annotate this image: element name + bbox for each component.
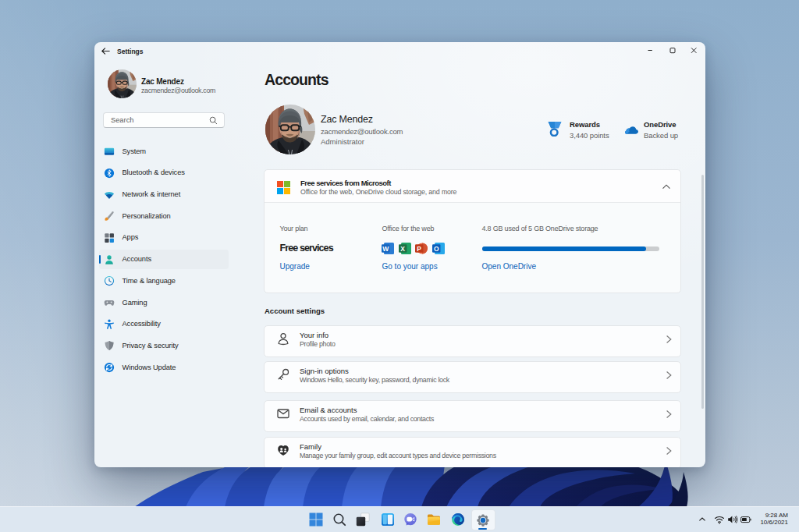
svg-text:P: P [417, 245, 421, 253]
svg-text:O: O [433, 245, 439, 253]
svg-text:X: X [400, 245, 405, 253]
svg-text:W: W [382, 245, 389, 253]
